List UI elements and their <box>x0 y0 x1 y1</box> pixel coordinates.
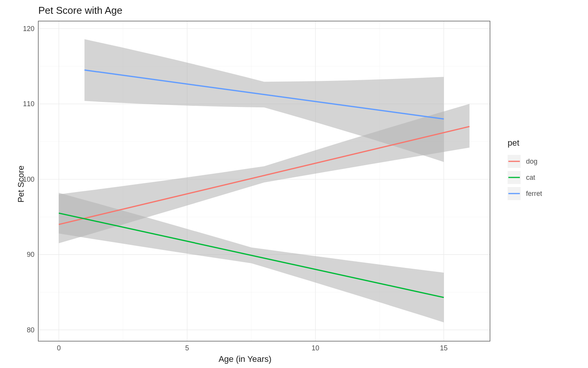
legend: pet dogcatferret <box>508 138 573 202</box>
legend-item-ferret: ferret <box>508 186 573 202</box>
svg-text:110: 110 <box>23 100 34 108</box>
confidence-band-ferret <box>85 39 444 162</box>
y-axis-label: Pet Score <box>16 166 26 203</box>
svg-text:15: 15 <box>440 344 448 352</box>
svg-text:0: 0 <box>57 344 61 352</box>
svg-text:10: 10 <box>312 344 319 352</box>
legend-key-icon <box>508 171 521 184</box>
chart-figure: Pet Score with Age 051015 8090100110120 … <box>0 0 588 368</box>
svg-text:90: 90 <box>27 251 34 258</box>
x-axis-label: Age (in Years) <box>219 354 271 364</box>
legend-item-dog: dog <box>508 153 573 169</box>
svg-text:120: 120 <box>23 25 34 33</box>
legend-label: dog <box>526 158 537 166</box>
legend-title: pet <box>508 138 573 148</box>
svg-text:5: 5 <box>185 344 189 352</box>
legend-key-icon <box>508 187 521 200</box>
svg-text:80: 80 <box>27 326 34 334</box>
series-line-dog <box>59 127 470 224</box>
legend-key-icon <box>508 155 521 168</box>
legend-label: cat <box>526 174 535 182</box>
chart-title: Pet Score with Age <box>38 5 122 16</box>
chart-canvas: 051015 8090100110120 <box>0 0 588 368</box>
legend-item-cat: cat <box>508 169 573 186</box>
legend-label: ferret <box>526 190 542 198</box>
